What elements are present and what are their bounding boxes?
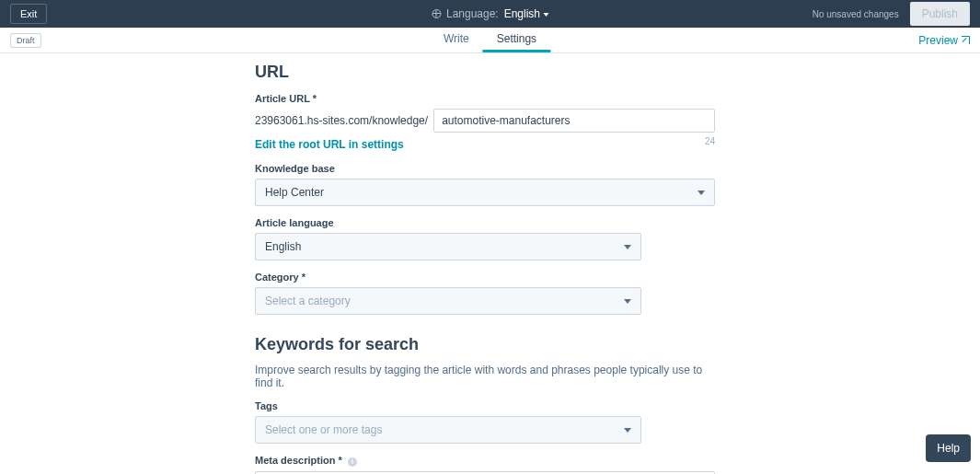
keywords-section-desc: Improve search results by tagging the ar… [255, 364, 715, 389]
language-dropdown[interactable]: English [504, 7, 548, 20]
chevron-down-icon [624, 299, 631, 304]
knowledge-base-value: Help Center [265, 186, 324, 199]
article-language-select[interactable]: English [255, 233, 641, 260]
keywords-section-title: Keywords for search [255, 335, 715, 354]
edit-root-url-link[interactable]: Edit the root URL in settings [255, 138, 404, 151]
meta-description-label: Meta description * i [255, 455, 715, 467]
tags-label: Tags [255, 400, 715, 411]
category-placeholder: Select a category [265, 295, 351, 307]
url-input-row: 23963061.hs-sites.com/knowledge/ [255, 109, 715, 133]
knowledge-base-label: Knowledge base [255, 163, 715, 174]
globe-icon [432, 9, 441, 18]
top-header: Exit Language: English No unsaved change… [0, 0, 980, 28]
preview-link[interactable]: Preview [918, 34, 970, 47]
chevron-down-icon [698, 191, 705, 195]
article-language-label: Article language [255, 217, 715, 228]
url-char-count: 24 [705, 136, 715, 146]
url-prefix: 23963061.hs-sites.com/knowledge/ [255, 114, 428, 127]
tags-select[interactable]: Select one or more tags [255, 416, 641, 444]
settings-form: URL Article URL * 23963061.hs-sites.com/… [255, 63, 715, 474]
tab-write[interactable]: Write [430, 28, 483, 52]
url-section-title: URL [255, 63, 715, 82]
tab-settings[interactable]: Settings [483, 28, 550, 52]
category-label: Category * [255, 272, 715, 283]
help-button[interactable]: Help [926, 434, 971, 462]
header-language-group: Language: English [432, 7, 548, 20]
exit-button[interactable]: Exit [10, 4, 47, 24]
tags-placeholder: Select one or more tags [265, 423, 382, 436]
language-label: Language: [446, 7, 499, 20]
header-right-group: No unsaved changes Publish [813, 2, 970, 26]
chevron-down-icon [624, 245, 631, 249]
content-scroll-area[interactable]: URL Article URL * 23963061.hs-sites.com/… [0, 53, 980, 474]
article-url-label: Article URL * [255, 93, 715, 104]
publish-button[interactable]: Publish [910, 2, 970, 26]
url-slug-input[interactable] [433, 109, 715, 133]
category-select[interactable]: Select a category [255, 287, 641, 315]
editor-tabs: Write Settings [430, 28, 550, 52]
chevron-down-icon [624, 428, 631, 433]
chevron-down-icon [543, 13, 548, 17]
save-status: No unsaved changes [813, 9, 899, 19]
external-link-icon [962, 36, 970, 44]
knowledge-base-select[interactable]: Help Center [255, 179, 715, 206]
article-language-value: English [265, 240, 301, 253]
draft-badge: Draft [10, 33, 41, 48]
info-icon[interactable]: i [348, 457, 357, 467]
sub-header: Draft Write Settings Preview [0, 28, 980, 53]
